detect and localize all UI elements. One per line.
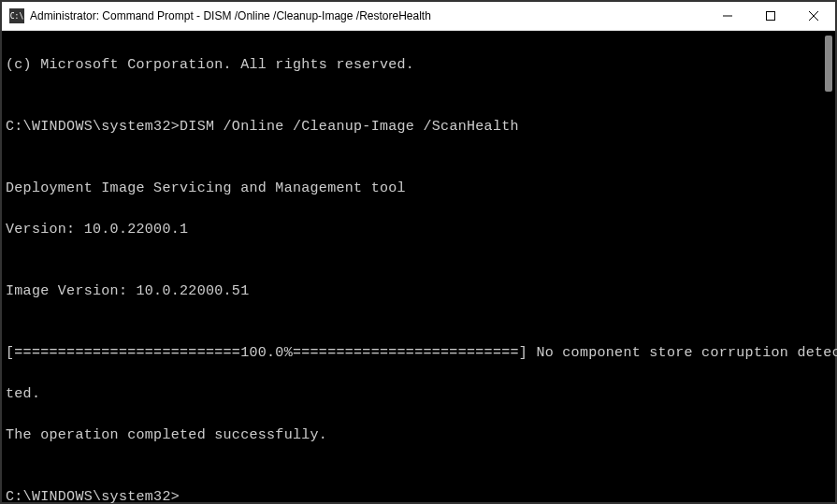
titlebar[interactable]: C:\ Administrator: Command Prompt - DISM… xyxy=(2,2,835,31)
command-line: C:\WINDOWS\system32>DISM /Online /Cleanu… xyxy=(6,117,835,137)
window-title: Administrator: Command Prompt - DISM /On… xyxy=(30,9,706,22)
output-line: (c) Microsoft Corporation. All rights re… xyxy=(6,55,835,76)
svg-rect-1 xyxy=(767,12,775,21)
output-line: Version: 10.0.22000.1 xyxy=(6,220,835,240)
console-output[interactable]: (c) Microsoft Corporation. All rights re… xyxy=(2,31,835,504)
maximize-icon xyxy=(766,11,775,21)
close-icon xyxy=(809,11,818,21)
output-line: ted. xyxy=(6,384,835,405)
output-line: The operation completed successfully. xyxy=(6,425,835,446)
output-line: Image Version: 10.0.22000.51 xyxy=(6,281,835,302)
minimize-button[interactable] xyxy=(706,2,749,30)
cmd-icon: C:\ xyxy=(9,8,24,23)
prompt-line: C:\WINDOWS\system32> xyxy=(6,487,835,504)
close-button[interactable] xyxy=(792,2,835,30)
window-controls xyxy=(706,2,835,30)
output-line: Deployment Image Servicing and Managemen… xyxy=(6,179,835,199)
command-text: DISM /Online /Cleanup-Image /ScanHealth xyxy=(180,119,519,135)
prompt: C:\WINDOWS\system32> xyxy=(6,119,180,135)
command-prompt-window: C:\ Administrator: Command Prompt - DISM… xyxy=(0,0,837,504)
progress-line: [==========================100.0%=======… xyxy=(6,343,835,364)
maximize-button[interactable] xyxy=(749,2,792,30)
minimize-icon xyxy=(723,11,732,21)
